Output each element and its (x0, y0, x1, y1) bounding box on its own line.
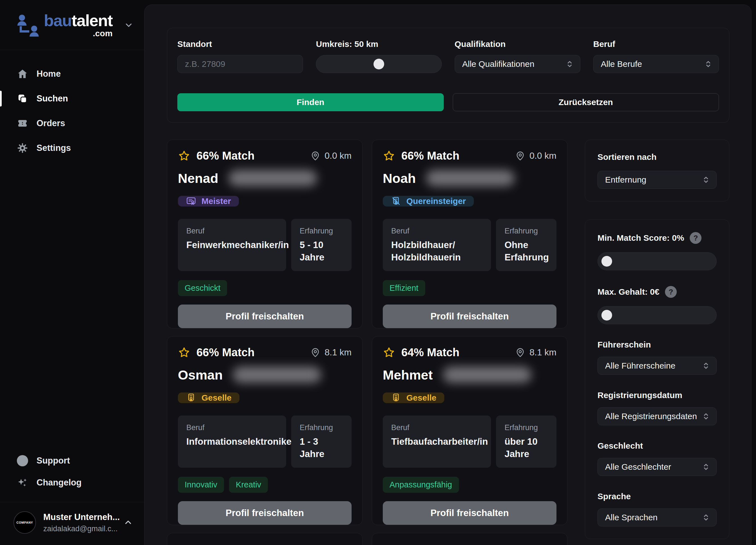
certificate-icon (186, 196, 196, 207)
question-circle-icon: ? (17, 455, 28, 466)
candidate-first-name: Nenad (178, 171, 218, 186)
fuehrerschein-label: Führerschein (597, 340, 717, 349)
select-chevrons-icon (701, 411, 711, 421)
beruf-box-label: Beruf (186, 227, 278, 236)
unlock-profile-button[interactable]: Profil freischalten (383, 501, 556, 525)
badge-label: Geselle (202, 393, 232, 402)
beruf-box-label: Beruf (186, 423, 278, 432)
card-stub (372, 533, 567, 545)
sprache-label: Sprache (597, 492, 717, 501)
brand-bau: bau (44, 11, 72, 30)
candidate-first-name: Mehmet (383, 367, 433, 383)
card-stub (167, 533, 363, 545)
erfahrung-box-value: über 10 Jahre (504, 435, 548, 460)
sort-label: Sortieren nach (597, 152, 717, 162)
certificate-icon (391, 392, 401, 403)
match-score: 66% Match (401, 150, 460, 162)
bautalent-logo-icon (14, 10, 43, 40)
map-pin-icon (515, 347, 526, 358)
erfahrung-box-label: Erfahrung (504, 227, 548, 236)
registrierungsdatum-section: Registrierungsdatum Alle Registrierungsd… (597, 390, 717, 425)
gear-icon (17, 143, 28, 154)
reset-button[interactable]: Zurücksetzen (453, 93, 719, 111)
user-menu[interactable]: COMPANY Muster Unterneh... zaidalakad@gm… (0, 502, 144, 545)
max-salary-section: Max. Gehalt: 0€ ? (597, 286, 717, 324)
sparkles-icon (17, 477, 28, 488)
find-button[interactable]: Finden (177, 93, 444, 111)
min-match-slider-thumb[interactable] (601, 256, 612, 267)
sidebar-item-support[interactable]: ? Support (0, 450, 144, 472)
erfahrung-box-label: Erfahrung (504, 423, 548, 432)
beruf-box: Beruf Feinwerkmechaniker/in (178, 219, 286, 271)
sidebar-item-settings[interactable]: Settings (0, 137, 144, 159)
sidebar-item-orders[interactable]: Orders (0, 112, 144, 134)
sidebar-item-changelog[interactable]: Changelog (0, 472, 144, 494)
candidate-first-name: Osman (178, 367, 223, 383)
distance-value: 8.1 km (529, 347, 556, 358)
qualifikation-field-group: Qualifikation Alle Qualifikationen (455, 39, 580, 73)
erfahrung-box: Erfahrung Ohne Erfahrung (496, 219, 556, 271)
help-icon[interactable]: ? (665, 286, 677, 298)
candidate-card: 66% Match 0.0 km Noah Quereinsteiger (372, 140, 567, 328)
sort-select[interactable]: Entfernung (597, 171, 717, 189)
chevron-up-icon[interactable] (123, 518, 133, 527)
qualification-badge: Meister (178, 196, 239, 207)
umkreis-slider-thumb[interactable] (374, 59, 384, 69)
select-chevrons-icon (701, 513, 711, 522)
beruf-box-value: Tiefbaufacharbeiter/in (391, 435, 483, 448)
qualifikation-select[interactable]: Alle Qualifikationen (455, 55, 580, 73)
umkreis-label: Umkreis: 50 km (316, 39, 442, 49)
sidebar-item-home[interactable]: Home (0, 63, 144, 85)
sidebar-item-label: Home (37, 69, 61, 79)
qualification-badge: Geselle (178, 392, 239, 403)
geschlecht-select[interactable]: Alle Geschlechter (597, 458, 717, 476)
registrierungsdatum-select[interactable]: Alle Registrierungsdaten (597, 407, 717, 425)
user-name: Muster Unterneh... (43, 512, 120, 522)
beruf-label: Beruf (593, 39, 719, 49)
results-grid: 66% Match 0.0 km Nenad Meister Ber (167, 140, 567, 545)
beruf-box-value: Holzbildhauer/ Holzbildhauerin (391, 239, 483, 263)
beruf-box-label: Beruf (391, 423, 483, 432)
standort-input[interactable] (177, 55, 303, 73)
beruf-select[interactable]: Alle Berufe (593, 55, 719, 73)
umkreis-field-group: Umkreis: 50 km (316, 39, 442, 73)
select-chevrons-icon (701, 361, 711, 370)
badge-label: Meister (202, 196, 231, 206)
erfahrung-box: Erfahrung 1 - 3 Jahre (291, 415, 352, 468)
sort-select-value: Entfernung (605, 175, 646, 185)
sidebar-item-label: Suchen (37, 94, 68, 104)
unlock-profile-button[interactable]: Profil freischalten (383, 304, 556, 328)
max-salary-slider[interactable] (597, 306, 717, 324)
distance: 0.0 km (310, 151, 352, 161)
unlock-profile-button[interactable]: Profil freischalten (178, 501, 352, 525)
erfahrung-box: Erfahrung 5 - 10 Jahre (291, 219, 352, 271)
max-salary-slider-thumb[interactable] (601, 310, 612, 320)
sidebar-item-label: Support (37, 456, 70, 466)
right-filter-column: Sortieren nach Entfernung Min. Match Sco… (585, 140, 729, 539)
certificate-slash-icon (391, 196, 401, 207)
sidebar-bottom: ? Support Changelog COMPANY Muster Unter… (0, 450, 144, 545)
sprache-select[interactable]: Alle Sprachen (597, 508, 717, 526)
distance-value: 8.1 km (325, 347, 352, 358)
map-pin-icon (310, 151, 321, 161)
blurred-last-name (426, 170, 515, 186)
umkreis-slider[interactable] (316, 55, 442, 73)
distance: 0.0 km (515, 151, 556, 161)
chevron-down-icon[interactable] (124, 20, 133, 30)
trait-tag: Innovativ (178, 477, 224, 493)
user-email: zaidalakad@gmail.c... (43, 524, 120, 533)
trait-tags: Effizient (383, 271, 556, 296)
sidebar-item-suchen[interactable]: Suchen (0, 88, 144, 110)
fuehrerschein-select[interactable]: Alle Führerscheine (597, 357, 717, 375)
copy-icon (17, 93, 28, 104)
min-match-section: Min. Match Score: 0% ? (597, 232, 717, 270)
candidate-card: 66% Match 8.1 km Osman Geselle Ber (167, 336, 363, 525)
min-match-slider[interactable] (597, 252, 717, 270)
unlock-profile-button[interactable]: Profil freischalten (178, 304, 352, 328)
erfahrung-box-value: 5 - 10 Jahre (300, 239, 343, 263)
qualifikation-select-value: Alle Qualifikationen (462, 59, 535, 69)
trait-tag: Effizient (383, 280, 425, 296)
blurred-last-name (443, 367, 531, 383)
help-icon[interactable]: ? (690, 232, 701, 244)
home-icon (17, 68, 28, 80)
